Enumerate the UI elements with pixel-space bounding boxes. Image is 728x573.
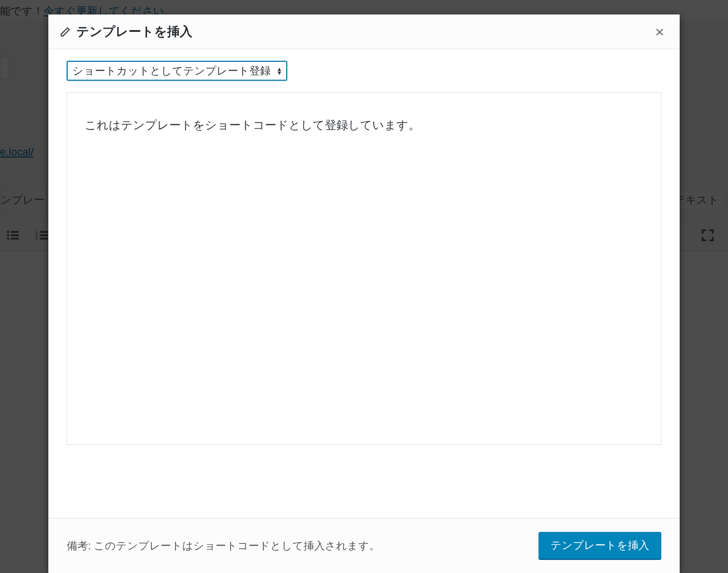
footer-note: 備考: このテンプレートはショートコードとして挿入されます。 [67,539,380,553]
template-preview: これはテンプレートをショートコードとして登録しています。 [67,92,661,445]
preview-text: これはテンプレートをショートコードとして登録しています。 [85,116,643,134]
insert-template-button[interactable]: テンプレートを挿入 [539,532,661,559]
insert-template-modal: テンプレートを挿入 × ショートカットとしてテンプレート登録 ▲▼ これはテンプ… [48,14,680,573]
modal-title-wrap: テンプレートを挿入 [60,23,192,40]
modal-title: テンプレートを挿入 [76,23,192,40]
pencil-icon [60,27,71,37]
template-select-wrap: ショートカットとしてテンプレート登録 ▲▼ [67,61,287,81]
close-button[interactable]: × [651,24,668,40]
modal-body: ショートカットとしてテンプレート登録 ▲▼ これはテンプレートをショートコードと… [48,49,680,518]
modal-header: テンプレートを挿入 × [48,14,680,49]
template-select[interactable]: ショートカットとしてテンプレート登録 [67,61,287,81]
modal-footer: 備考: このテンプレートはショートコードとして挿入されます。 テンプレートを挿入 [48,518,680,573]
